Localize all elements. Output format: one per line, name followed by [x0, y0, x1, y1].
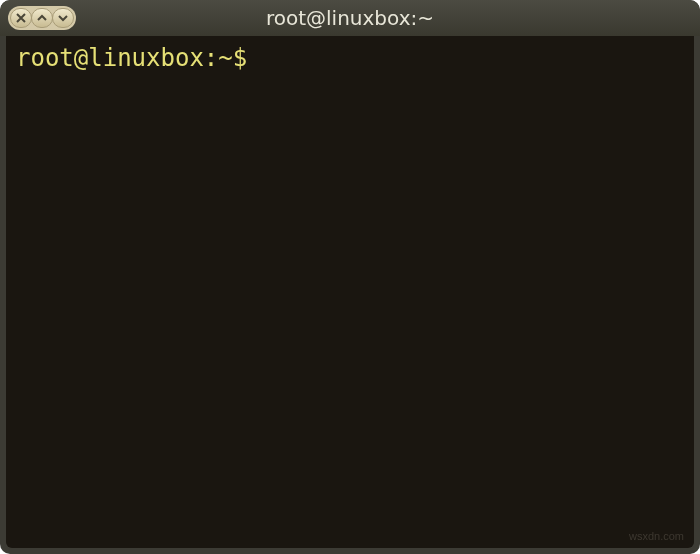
chevron-down-icon [58, 13, 68, 23]
shell-prompt: root@linuxbox:~$ [16, 44, 262, 72]
close-icon [16, 13, 26, 23]
close-button[interactable] [10, 8, 32, 28]
chevron-up-icon [37, 13, 47, 23]
prompt-line: root@linuxbox:~$ [16, 44, 684, 72]
window-title: root@linuxbox:~ [0, 6, 700, 30]
watermark: wsxdn.com [629, 530, 684, 542]
maximize-button[interactable] [31, 8, 53, 28]
titlebar[interactable]: root@linuxbox:~ [0, 0, 700, 36]
minimize-button[interactable] [52, 8, 74, 28]
terminal-body[interactable]: root@linuxbox:~$ wsxdn.com [6, 36, 694, 548]
terminal-window: root@linuxbox:~ root@linuxbox:~$ wsxdn.c… [0, 0, 700, 554]
window-controls [8, 6, 76, 30]
